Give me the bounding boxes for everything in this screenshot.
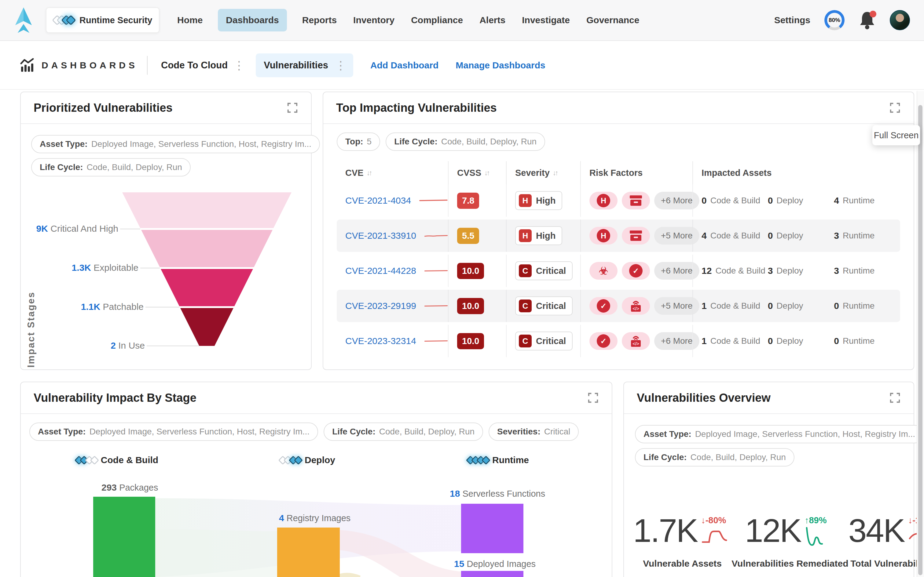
top-n-chip[interactable]: Top: 5	[337, 132, 380, 151]
table-row[interactable]: CVE-2021-44228 10.0 C Critical ☣	[337, 255, 900, 287]
chip-value: Deployed Image, Serverless Function, Hos…	[695, 429, 916, 439]
sankey-node-packages[interactable]	[93, 497, 155, 577]
cve-cell: CVE-2023-32314	[337, 325, 448, 357]
severity-letter-badge: H	[519, 229, 531, 242]
product-switcher[interactable]: Runtime Security	[46, 7, 160, 33]
impacted-label: Runtime	[843, 231, 874, 240]
table-row[interactable]: CVE-2021-33910 5.5 H High H	[337, 219, 900, 252]
funnel-stage-name: Patchable	[103, 301, 144, 312]
severity-chip: C Critical	[515, 261, 573, 280]
funnel-stage-name: Critical And High	[50, 224, 118, 234]
node-label: Registry Images	[287, 513, 351, 523]
overview-stats: 1.7K ↓-80% Vulnerable Assets 12K ↑89%	[633, 514, 905, 569]
cve-link[interactable]: CVE-2021-44228	[345, 266, 416, 276]
impacted-label: Runtime	[843, 301, 874, 311]
impacted-deploy: 0 Deploy	[768, 230, 834, 241]
severities-chip[interactable]: Severities: Critical	[489, 422, 579, 441]
add-dashboard-link[interactable]: Add Dashboard	[370, 60, 438, 71]
funnel-segment-exploitable[interactable]	[141, 230, 273, 267]
funnel-segment-critical-and-high[interactable]	[122, 192, 291, 228]
sankey-node-registry-images[interactable]	[277, 527, 340, 577]
column-header-cvss[interactable]: CVSS ↓↑	[448, 161, 506, 184]
nav-item-inventory[interactable]: Inventory	[352, 9, 396, 31]
severity-letter-badge: C	[519, 300, 531, 312]
cve-link[interactable]: CVE-2023-29199	[345, 301, 416, 311]
svg-text:</>: </>	[633, 306, 639, 311]
cvss-badge: 5.5	[457, 228, 479, 244]
sankey-node-serverless-functions[interactable]	[461, 504, 523, 553]
expand-icon[interactable]	[587, 392, 599, 404]
asset-type-chip[interactable]: Asset Type: Deployed Image, Serverless F…	[635, 425, 924, 443]
scrollbar-thumb[interactable]	[918, 105, 922, 575]
page-scrollbar-track[interactable]	[917, 91, 924, 577]
nav-item-governance[interactable]: Governance	[585, 9, 640, 31]
life-cycle-chip[interactable]: Life Cycle: Code, Build, Deploy, Run	[386, 132, 545, 151]
severity-label: Critical	[536, 301, 566, 311]
column-header-severity[interactable]: Severity ↓↑	[506, 161, 580, 184]
column-label: CVSS	[457, 168, 481, 178]
severity-cell: H High	[506, 219, 580, 252]
severity-chip: H High	[515, 226, 562, 245]
nav-item-reports[interactable]: Reports	[301, 9, 338, 31]
avatar[interactable]	[890, 10, 910, 30]
top-impacting-vulnerabilities-card: Top Impacting Vulnerabilities Top: 5 Lif…	[323, 92, 914, 370]
impacted-runtime: 3 Runtime	[834, 266, 900, 276]
life-cycle-chip[interactable]: Life Cycle: Code, Build, Deploy, Run	[31, 158, 191, 176]
asset-type-chip[interactable]: Asset Type: Deployed Image, Serverless F…	[31, 135, 320, 153]
usage-ring[interactable]: 80%	[824, 10, 845, 30]
nav-right-cluster: Settings 80%	[774, 10, 910, 30]
brand-logo-icon[interactable]	[14, 7, 33, 34]
nav-item-compliance[interactable]: Compliance	[410, 9, 464, 31]
impacted-label: Deploy	[776, 231, 803, 240]
cve-link[interactable]: CVE-2021-4034	[345, 195, 411, 206]
column-header-cve[interactable]: CVE ↓↑	[337, 161, 448, 184]
life-cycle-chip[interactable]: Life Cycle: Code, Build, Deploy, Run	[323, 422, 483, 441]
cvss-cell: 10.0	[448, 255, 506, 287]
stat-label: Vulnerabilities Remediated	[732, 558, 848, 569]
funnel-stage-name: In Use	[118, 340, 145, 350]
manage-dashboards-link[interactable]: Manage Dashboards	[456, 60, 545, 71]
nav-item-investigate[interactable]: Investigate	[521, 9, 571, 31]
tab-label: Vulnerabilities	[264, 60, 328, 71]
table-row[interactable]: CVE-2023-29199 10.0 C Critical ✓	[337, 290, 900, 322]
group-kebab-menu[interactable]: ⋮	[233, 60, 245, 71]
impacted-deploy: 0 Deploy	[768, 195, 834, 206]
tab-kebab-menu[interactable]: ⋮	[335, 60, 347, 71]
nav-item-alerts[interactable]: Alerts	[478, 9, 507, 31]
cve-link[interactable]: CVE-2021-33910	[345, 230, 416, 241]
table-row[interactable]: CVE-2023-32314 10.0 C Critical ✓	[337, 325, 900, 357]
stat-vulnerable-assets: 1.7K ↓-80% Vulnerable Assets	[633, 514, 732, 569]
impacted-assets-cell: 1 Code & Build 0 Deploy 0 Runtime	[692, 290, 900, 322]
funnel-segment-in-use[interactable]	[180, 308, 233, 346]
nav-item-dashboards[interactable]: Dashboards	[218, 9, 287, 31]
nav-item-home[interactable]: Home	[176, 9, 204, 31]
asset-type-chip[interactable]: Asset Type: Deployed Image, Serverless F…	[29, 422, 318, 441]
funnel-segment-patchable[interactable]	[161, 269, 253, 306]
tab-vulnerabilities[interactable]: Vulnerabilities ⋮	[256, 53, 353, 77]
sort-icon[interactable]: ↓↑	[367, 169, 371, 177]
expand-icon[interactable]	[889, 392, 901, 404]
expand-icon[interactable]	[287, 102, 298, 114]
cvss-cell: 5.5	[448, 219, 506, 252]
severity-chip: C Critical	[515, 297, 573, 315]
sort-icon[interactable]: ↓↑	[553, 169, 557, 177]
archive-icon	[630, 195, 642, 206]
dashboard-group-name[interactable]: Code To Cloud	[161, 60, 228, 71]
impacted-assets-cell: 12 Code & Build 3 Deploy 3 Runtime	[692, 255, 900, 287]
table-row[interactable]: CVE-2021-4034 7.8 H High H	[337, 184, 900, 217]
impacted-count: 0	[834, 336, 839, 346]
life-cycle-chip[interactable]: Life Cycle: Code, Build, Deploy, Run	[635, 448, 795, 466]
funnel-label-critical-and-high: 9K Critical And High	[36, 224, 118, 234]
funnel-stage-name: Exploitable	[94, 263, 139, 272]
cve-link[interactable]: CVE-2023-32314	[345, 336, 416, 346]
notifications-button[interactable]	[859, 11, 876, 30]
settings-button[interactable]: Settings	[774, 15, 810, 25]
trend-sparkline	[424, 337, 448, 345]
chip-label: Life Cycle:	[643, 453, 687, 462]
sankey-node-deployed-images[interactable]	[461, 571, 523, 577]
node-value: 18	[450, 488, 460, 498]
flow-packages-to-registry	[155, 529, 277, 577]
risk-factors-cell: H +6 More	[580, 184, 692, 217]
expand-icon[interactable]	[889, 102, 901, 114]
sort-icon[interactable]: ↓↑	[484, 169, 489, 177]
